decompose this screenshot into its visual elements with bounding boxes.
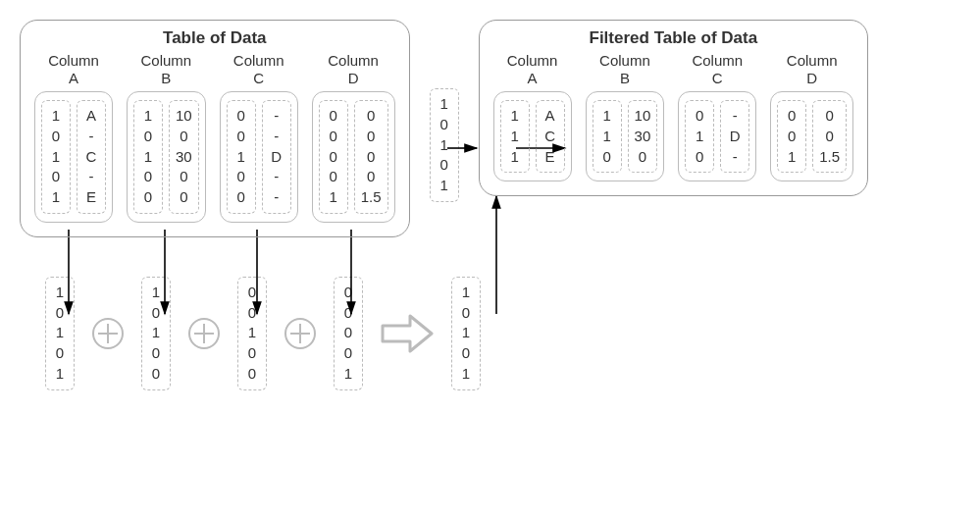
bottom-result-vec: 10101 <box>451 277 481 390</box>
xor-op-icon <box>188 318 220 349</box>
left-col-2-label: Column C <box>233 52 284 87</box>
xor-op-icon <box>284 318 316 349</box>
right-col-3-body: 001001.5 <box>770 91 853 181</box>
combined-mask-vector: 10101 <box>430 88 459 202</box>
left-col-2-body: 00100--D-- <box>220 91 298 223</box>
bottom-vec-0: 10101 <box>45 277 75 390</box>
right-panel-title: Filtered Table of Data <box>493 28 854 48</box>
right-col-3-label: Column D <box>787 52 838 87</box>
right-col-3-values: 001.5 <box>812 100 847 173</box>
right-columns: Column A111ACEColumn B11010300Column C01… <box>493 52 854 181</box>
left-col-3-mask: 00001 <box>319 100 348 214</box>
right-col-0-body: 111ACE <box>493 91 572 181</box>
right-col-1-mask: 110 <box>593 100 622 173</box>
right-col-0-column: Column A111ACE <box>493 52 572 181</box>
bottom-vec-3: 00001 <box>334 277 363 390</box>
right-col-2-body: 010-D- <box>678 91 756 181</box>
left-col-3-label: Column D <box>328 52 379 87</box>
filtered-table-panel: Filtered Table of Data Column A111ACECol… <box>479 20 869 196</box>
left-col-2-mask: 00100 <box>227 100 256 214</box>
left-col-1-mask: 10100 <box>133 100 163 214</box>
right-col-0-label: Column A <box>507 52 558 87</box>
left-col-1-body: 101001003000 <box>127 91 206 223</box>
left-col-1-values: 1003000 <box>169 100 199 214</box>
bottom-vec-2: 00100 <box>237 277 267 390</box>
right-col-2-label: Column C <box>692 52 743 87</box>
right-col-2-values: -D- <box>720 100 749 173</box>
left-col-0-label: Column A <box>48 52 99 87</box>
left-panel-title: Table of Data <box>34 28 395 48</box>
bottom-vec-1: 10100 <box>141 277 171 390</box>
left-columns: Column A10101A-C-EColumn B101001003000Co… <box>34 52 395 223</box>
left-col-1-label: Column B <box>141 52 192 87</box>
right-col-1-column: Column B11010300 <box>586 52 665 181</box>
left-col-3-column: Column D0000100001.5 <box>312 52 395 223</box>
left-col-0-mask: 10101 <box>41 100 71 214</box>
right-col-0-mask: 111 <box>500 100 530 173</box>
right-col-1-label: Column B <box>599 52 650 87</box>
right-col-1-body: 11010300 <box>586 91 665 181</box>
left-col-3-values: 00001.5 <box>354 100 388 214</box>
left-col-0-body: 10101A-C-E <box>34 91 113 223</box>
left-col-0-values: A-C-E <box>77 100 106 214</box>
left-col-2-column: Column C00100--D-- <box>220 52 298 223</box>
right-col-3-column: Column D001001.5 <box>770 52 853 181</box>
xor-op-icon <box>92 318 124 349</box>
mask-combination-row: 1010110100001000000110101 <box>45 277 961 390</box>
right-col-1-values: 10300 <box>628 100 658 173</box>
left-col-2-values: --D-- <box>262 100 291 214</box>
left-col-0-column: Column A10101A-C-E <box>34 52 113 223</box>
middle-mask-column: 10101 <box>430 20 459 202</box>
left-col-3-body: 0000100001.5 <box>312 91 395 223</box>
table-of-data-panel: Table of Data Column A10101A-C-EColumn B… <box>20 20 410 237</box>
right-col-2-mask: 010 <box>685 100 714 173</box>
right-col-0-values: ACE <box>536 100 565 173</box>
right-col-3-mask: 001 <box>777 100 806 173</box>
big-arrow-icon <box>381 314 434 353</box>
diagram-root: Table of Data Column A10101A-C-EColumn B… <box>20 20 961 390</box>
left-col-1-column: Column B101001003000 <box>127 52 206 223</box>
right-col-2-column: Column C010-D- <box>678 52 756 181</box>
